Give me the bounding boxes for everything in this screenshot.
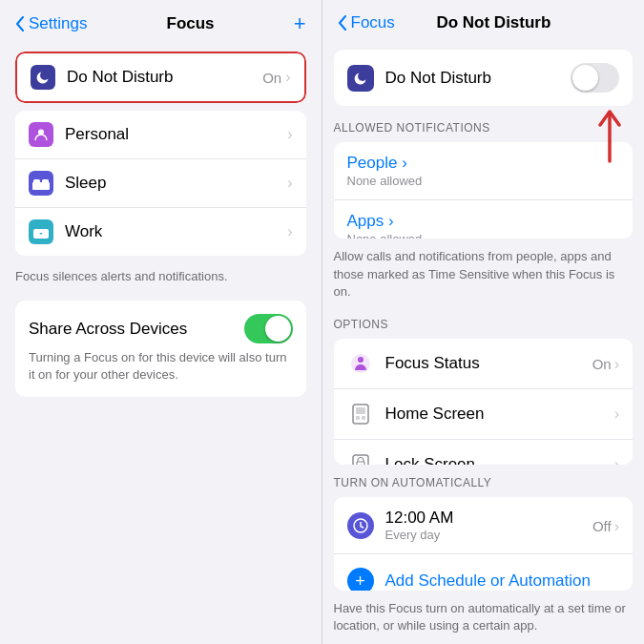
schedule-content: 12:00 AM Every day xyxy=(385,509,592,542)
schedule-chevron: › xyxy=(614,518,619,535)
moon-icon-svg xyxy=(353,71,368,86)
chevron-icon: › xyxy=(287,126,292,143)
options-list: Focus Status On › Home Screen › xyxy=(334,339,634,465)
svg-rect-2 xyxy=(33,179,40,184)
svg-rect-13 xyxy=(353,455,368,465)
focus-item-sleep[interactable]: Sleep › xyxy=(15,159,306,208)
auto-description: Have this Focus turn on automatically at… xyxy=(322,594,645,644)
home-screen-label: Home Screen xyxy=(385,405,614,424)
dnd-toggle-thumb xyxy=(572,65,598,91)
sleep-label: Sleep xyxy=(65,174,287,193)
person-icon xyxy=(29,122,53,147)
focus-status-chevron: › xyxy=(614,356,619,373)
home-screen-icon xyxy=(347,401,374,427)
home-screen-chevron: › xyxy=(614,405,619,423)
focus-status-icon xyxy=(347,350,374,377)
schedule-time: 12:00 AM xyxy=(385,509,592,528)
focus-item-work[interactable]: Work › xyxy=(15,208,306,256)
share-toggle[interactable] xyxy=(244,314,293,343)
toggle-thumb xyxy=(265,316,291,342)
work-icon xyxy=(29,219,53,244)
turn-on-auto-header: TURN ON AUTOMATICALLY xyxy=(322,468,645,493)
moon-icon xyxy=(31,65,55,90)
add-icon: + xyxy=(347,568,374,590)
focus-list: Do Not Disturb On › xyxy=(15,52,306,103)
svg-rect-3 xyxy=(42,179,49,184)
dnd-moon-icon xyxy=(347,65,374,92)
lock-screen-label: Lock Screen xyxy=(385,455,614,465)
people-label[interactable]: People › xyxy=(347,154,620,173)
svg-rect-10 xyxy=(356,407,365,414)
svg-rect-5 xyxy=(40,233,43,235)
options-header: OPTIONS xyxy=(322,310,645,335)
right-header: Focus Do Not Disturb xyxy=(322,0,645,42)
personal-label: Personal xyxy=(65,125,287,144)
home-screen-item[interactable]: Home Screen › xyxy=(334,389,634,440)
add-focus-button[interactable]: + xyxy=(294,13,306,34)
svg-rect-12 xyxy=(362,416,365,420)
lock-screen-icon xyxy=(347,451,374,465)
lock-screen-svg xyxy=(350,454,371,465)
sleep-svg xyxy=(32,177,50,190)
do-not-disturb-value: On xyxy=(262,70,281,86)
add-schedule-label: Add Schedule or Automation xyxy=(385,571,591,590)
lock-screen-chevron: › xyxy=(614,456,619,465)
back-label: Settings xyxy=(29,14,87,33)
right-page-title: Do Not Disturb xyxy=(406,13,581,32)
other-focus-list: Personal › Sleep › Work xyxy=(15,111,306,256)
allowed-notifications-list: People › None allowed Apps › None allowe… xyxy=(334,142,634,239)
settings-back-button[interactable]: Settings xyxy=(15,14,87,33)
allowed-description: Allow calls and notifications from peopl… xyxy=(322,242,645,310)
apps-sub: None allowed xyxy=(347,232,620,239)
do-not-disturb-status: On › xyxy=(262,69,290,86)
focus-status-svg xyxy=(349,352,372,375)
home-screen-svg xyxy=(350,404,371,425)
dnd-toggle[interactable] xyxy=(571,63,619,93)
apps-label[interactable]: Apps › xyxy=(347,212,620,231)
schedule-value: Off xyxy=(592,518,612,534)
clock-icon xyxy=(347,512,374,539)
apps-content: Apps › None allowed xyxy=(347,212,620,239)
focus-section-note: Focus silences alerts and notifications. xyxy=(0,263,322,293)
add-schedule-item[interactable]: + Add Schedule or Automation xyxy=(334,554,634,590)
focus-item-do-not-disturb[interactable]: Do Not Disturb On › xyxy=(15,52,306,103)
schedule-right: Off › xyxy=(592,516,619,535)
clock-svg xyxy=(353,518,368,533)
right-back-label: Focus xyxy=(351,13,395,32)
apps-item[interactable]: Apps › None allowed xyxy=(334,200,634,239)
share-label: Share Across Devices xyxy=(29,320,187,339)
briefcase-svg xyxy=(33,225,49,239)
focus-status-item[interactable]: Focus Status On › xyxy=(334,339,634,389)
left-page-title: Focus xyxy=(167,14,215,33)
svg-point-15 xyxy=(360,464,362,465)
chevron-icon: › xyxy=(287,223,292,240)
right-panel: Focus Do Not Disturb Do Not Disturb ALLO… xyxy=(322,0,645,644)
svg-point-8 xyxy=(358,357,364,363)
share-row: Share Across Devices xyxy=(29,314,293,343)
auto-list: 12:00 AM Every day Off › + Add Schedule … xyxy=(334,497,634,590)
dnd-toggle-label: Do Not Disturb xyxy=(385,69,571,88)
schedule-sub: Every day xyxy=(385,528,592,542)
lock-screen-item[interactable]: Lock Screen › xyxy=(334,440,634,465)
share-across-devices-section: Share Across Devices Turning a Focus on … xyxy=(15,301,306,397)
back-chevron-icon xyxy=(338,15,347,31)
focus-item-personal[interactable]: Personal › xyxy=(15,111,306,159)
chevron-left-icon xyxy=(15,16,25,31)
people-content: People › None allowed xyxy=(347,154,620,188)
work-label: Work xyxy=(65,222,287,241)
person-svg xyxy=(33,127,49,142)
left-panel: Settings Focus + Do Not Disturb On › xyxy=(0,0,322,644)
moon-svg xyxy=(35,70,51,85)
share-description: Turning a Focus on for this device will … xyxy=(29,349,293,384)
schedule-item[interactable]: 12:00 AM Every day Off › xyxy=(334,497,634,554)
people-item[interactable]: People › None allowed xyxy=(334,142,634,200)
left-header: Settings Focus + xyxy=(0,0,322,44)
focus-status-value: On xyxy=(592,356,612,372)
focus-back-button[interactable]: Focus xyxy=(338,13,395,32)
chevron-icon: › xyxy=(287,175,292,192)
chevron-icon: › xyxy=(285,69,290,86)
focus-status-label: Focus Status xyxy=(385,354,592,373)
dnd-toggle-row: Do Not Disturb xyxy=(334,50,634,106)
focus-status-right: On › xyxy=(592,354,619,373)
do-not-disturb-label: Do Not Disturb xyxy=(67,68,262,87)
